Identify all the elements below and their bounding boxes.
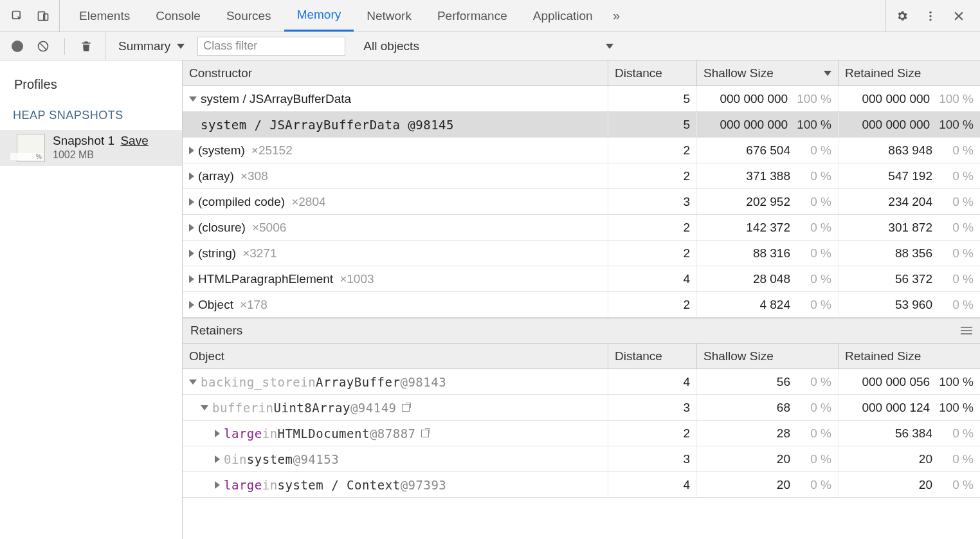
kebab-menu-icon[interactable]: [923, 9, 938, 23]
col-shallow[interactable]: Shallow Size: [697, 343, 839, 369]
table-row[interactable]: (array)×3082371 3880 %547 1920 %: [183, 163, 980, 189]
cell-retained: 000 000 000100 %: [839, 112, 980, 137]
retainers-header: Object Distance Shallow Size Retained Si…: [183, 343, 980, 369]
row-count: ×5006: [252, 221, 286, 235]
external-link-icon[interactable]: [402, 404, 410, 412]
cell-shallow: 200 %: [697, 446, 839, 471]
cell-distance: 4: [608, 369, 697, 394]
table-row[interactable]: 0 in system @941533200 %200 %: [183, 446, 980, 472]
tab-console[interactable]: Console: [143, 0, 213, 32]
col-distance[interactable]: Distance: [608, 343, 697, 369]
external-link-icon[interactable]: [421, 430, 429, 437]
prop-name: buffer: [212, 401, 259, 415]
table-row[interactable]: buffer in Uint8Array @941493680 %000 000…: [183, 395, 980, 421]
snapshot-item[interactable]: % Snapshot 1 Save 1002 MB: [0, 130, 182, 166]
tabs-overflow-icon[interactable]: »: [610, 9, 624, 23]
cell-distance: 2: [608, 292, 697, 317]
cell-retained: 301 8720 %: [839, 215, 980, 240]
settings-gear-icon[interactable]: [895, 9, 909, 23]
cell-retained: 547 1920 %: [839, 163, 980, 188]
cell-distance: 2: [608, 163, 697, 188]
record-button[interactable]: [12, 41, 23, 52]
obj-ref: @94149: [350, 401, 397, 415]
row-count: ×25152: [251, 143, 293, 158]
tab-memory[interactable]: Memory: [284, 0, 354, 32]
row-label: (string): [198, 246, 236, 260]
disclosure-triangle-icon[interactable]: [189, 96, 197, 102]
retainers-menu-icon[interactable]: [961, 327, 972, 334]
prop-name: backing_store: [201, 375, 300, 389]
cell-distance: 2: [608, 241, 697, 266]
disclosure-triangle-icon[interactable]: [189, 224, 194, 232]
cell-retained: 000 000 056100 %: [839, 369, 980, 394]
disclosure-triangle-icon[interactable]: [215, 430, 220, 437]
disclosure-triangle-icon[interactable]: [201, 405, 208, 410]
col-shallow[interactable]: Shallow Size: [697, 60, 839, 86]
cell-retained: 53 9600 %: [839, 292, 980, 317]
prop-name: large: [224, 426, 262, 441]
cell-retained: 200 %: [839, 472, 980, 497]
table-row[interactable]: (string)×3271288 3160 %88 3560 %: [183, 241, 980, 266]
inspect-element-icon[interactable]: [10, 9, 24, 23]
disclosure-triangle-icon[interactable]: [189, 250, 194, 257]
tab-application[interactable]: Application: [520, 0, 606, 32]
disclosure-triangle-icon[interactable]: [215, 481, 220, 489]
separator: [64, 38, 65, 55]
table-row[interactable]: large in HTMLDocument @878872280 %56 384…: [183, 421, 980, 446]
cell-shallow: 200 %: [697, 472, 839, 497]
device-toolbar-icon[interactable]: [36, 9, 50, 23]
cell-retained: 56 3720 %: [839, 266, 980, 291]
table-row[interactable]: backing_store in ArrayBuffer @981434560 …: [183, 369, 980, 395]
disclosure-triangle-icon[interactable]: [189, 198, 194, 206]
disclosure-triangle-icon[interactable]: [215, 455, 220, 463]
tab-performance[interactable]: Performance: [424, 0, 520, 32]
cell-shallow: 142 3720 %: [697, 215, 839, 240]
clear-icon[interactable]: [36, 39, 50, 53]
row-label: Object: [198, 298, 233, 312]
constructors-header: Constructor Distance Shallow Size Retain…: [183, 60, 980, 86]
table-row[interactable]: (compiled code)×28043202 9520 %234 2040 …: [183, 189, 980, 215]
table-row[interactable]: Object×17824 8240 %53 9600 %: [183, 292, 980, 318]
disclosure-triangle-icon[interactable]: [189, 301, 194, 309]
snapshot-save-link[interactable]: Save: [120, 134, 148, 147]
table-row[interactable]: system / JSArrayBufferData5000 000 00010…: [183, 86, 980, 112]
col-distance[interactable]: Distance: [608, 60, 697, 86]
obj-ref: @87887: [370, 426, 416, 441]
table-row[interactable]: system / JSArrayBufferData @981455000 00…: [183, 112, 980, 138]
snapshot-size: 1002 MB: [53, 149, 149, 161]
close-icon[interactable]: [952, 9, 966, 23]
class-filter-input[interactable]: [197, 37, 345, 56]
heap-grid: Constructor Distance Shallow Size Retain…: [183, 60, 980, 539]
tab-sources[interactable]: Sources: [213, 0, 284, 32]
cell-retained: 234 2040 %: [839, 189, 980, 214]
view-dropdown[interactable]: Summary: [113, 37, 190, 56]
scope-dropdown[interactable]: All objects: [358, 37, 619, 56]
table-row[interactable]: large in system / Context @973934200 %20…: [183, 472, 980, 498]
caret-down-icon: [177, 44, 185, 49]
snapshot-icon: %: [17, 134, 45, 162]
col-object[interactable]: Object: [183, 343, 608, 369]
disclosure-triangle-icon[interactable]: [189, 147, 194, 154]
col-retained[interactable]: Retained Size: [839, 343, 980, 369]
scope-dropdown-label: All objects: [363, 39, 419, 53]
table-row[interactable]: (closure)×50062142 3720 %301 8720 %: [183, 215, 980, 241]
table-row[interactable]: (system)×251522676 5040 %863 9480 %: [183, 138, 980, 163]
trash-icon[interactable]: [79, 39, 93, 53]
col-retained[interactable]: Retained Size: [839, 60, 980, 86]
table-row[interactable]: HTMLParagraphElement×1003428 0480 %56 37…: [183, 266, 980, 292]
cell-retained: 000 000 124100 %: [839, 395, 980, 420]
cell-shallow: 560 %: [697, 369, 839, 394]
disclosure-triangle-icon[interactable]: [189, 275, 194, 283]
memory-toolbar: Summary All objects: [0, 32, 980, 60]
retainers-title: Retainers: [190, 324, 242, 338]
retainers-bar[interactable]: Retainers: [183, 318, 980, 343]
row-count: ×3271: [242, 246, 277, 260]
disclosure-triangle-icon[interactable]: [189, 379, 197, 385]
col-constructor[interactable]: Constructor: [183, 60, 608, 86]
profiles-heading: Profiles: [0, 73, 182, 104]
disclosure-triangle-icon[interactable]: [189, 172, 194, 180]
obj-type: system: [247, 452, 293, 466]
tab-elements[interactable]: Elements: [66, 0, 143, 32]
profiles-sidebar: Profiles HEAP SNAPSHOTS % Snapshot 1 Sav…: [0, 60, 183, 539]
tab-network[interactable]: Network: [354, 0, 424, 32]
